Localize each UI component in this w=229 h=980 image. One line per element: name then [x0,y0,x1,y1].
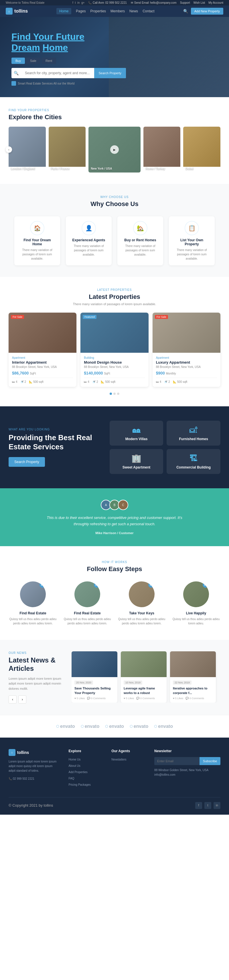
news-likes-3: ♥ 5 Likes [173,697,183,700]
footer-newsletter-input[interactable] [154,757,199,765]
prop-price-1: $86,7600 SqFt [12,371,73,375]
footer-explore-links: Home Us About Us Add Properties FAQ Pric… [69,757,103,787]
footer-copyright: © Copyright 2021 by tollins [9,803,53,808]
news-cards-inner: 20 Nov, 2020 Save Thousands Selling Your… [71,651,220,703]
prop-name-2: Monoil Design House [84,360,145,364]
add-property-button[interactable]: Add New Property [191,8,223,14]
footer-social-facebook[interactable]: f [195,802,202,809]
news-card-1[interactable]: 20 Nov, 2020 Save Thousands Selling Your… [71,651,117,703]
city-card-dubai[interactable]: Dubai [183,127,220,172]
social-twitter[interactable]: t [75,1,76,4]
why-icon-3: 🏡 [133,221,147,235]
prop-card-1[interactable]: For Sale Apartment Interior Appartment 8… [9,313,76,387]
news-nav: ‹ › [9,695,66,703]
prop-card-3[interactable]: For Sale Apartment Luxury Appartment 88 … [153,313,220,387]
nav-members[interactable]: Members [111,9,125,13]
service-modern-villas: 🏘 Modern Villas [110,421,163,445]
hero-search-icon: 🔍 [11,68,21,78]
footer-link-faq[interactable]: FAQ [69,777,74,780]
news-prev-btn[interactable]: ‹ [9,695,17,703]
why-title: Why Choose Us [9,200,220,208]
nav-search-icon[interactable]: 🔍 [183,9,188,13]
footer-link-about[interactable]: About Us [69,764,81,767]
email-value: hello@company.com [150,1,177,4]
hero-tab-sale[interactable]: Sale [26,57,40,64]
prop-price-2: $140,0000 SqFt [84,371,145,375]
hero-tab-rent[interactable]: Rent [41,57,56,64]
topbar-right: f t in g+ 📞 Call Anm 02 999 502 2221 ✉ S… [73,1,223,4]
services-search-btn[interactable]: Search Property [9,457,45,467]
topbar-social: f t in g+ [73,1,85,4]
properties-pagination [9,393,220,395]
cities-prev-btn[interactable]: ‹ [6,146,12,153]
news-card-3[interactable]: 22 Nov, 2019 Iterative approaches to cor… [170,651,216,703]
prop-dot-3[interactable] [117,393,119,395]
social-facebook[interactable]: f [73,1,73,4]
city-card-paris[interactable]: Paris / France [49,127,86,172]
city-card-rome[interactable]: Rome / Turkey [144,127,181,172]
footer-social-linkedin[interactable]: in [213,802,220,809]
steps-section: How It Works Follow Easy Steps 01 Find R… [0,546,229,640]
prop-dot-1[interactable] [110,393,112,395]
footer-newsletter-btn[interactable]: Subscribe [199,757,220,765]
service-name-building: Commercial Building [171,465,216,469]
wishlist-link[interactable]: Wish List [194,1,205,4]
prop-badge-2: Featured [83,315,96,319]
testimonial-text: This is due to their excellent service, … [43,515,186,527]
hero-title-highlight: Dream [11,42,40,53]
news-card-2[interactable]: 10 Nov, 2019 Leverage agile frame works … [121,651,167,703]
prop-card-2[interactable]: Featured Building Monoil Design House 88… [81,313,148,387]
footer-link-pricing[interactable]: Pricing Packages [69,783,91,786]
logo[interactable]: ⌂ tollins [6,8,28,14]
services-title: Providing the Best Real Estate Services [9,433,101,451]
footer-phone: 📞 02 999 502 2221 [9,776,60,781]
my-account-link[interactable]: My Account [208,1,223,4]
hero-content: Find Your Future Dream Home Buy Sale Ren… [11,31,126,86]
partners-section: ⬡envato ⬡envato ⬡envato ⬡envato ⬡envato [0,715,229,738]
prop-meta-2: 🛏4 🚿2 📐500 sqft [84,378,145,383]
footer-link-home[interactable]: Home Us [69,758,81,761]
footer-social-twitter[interactable]: t [204,802,211,809]
support-link[interactable]: Support [180,1,190,4]
topbar-welcome: Welcome to Tolins Real Estate [6,1,44,4]
prop-img-3: For Sale [153,313,220,353]
nav-home[interactable]: Home [56,8,71,14]
city-card-london[interactable]: London / England [9,127,46,172]
news-comments-2: 💬 0 Comments [136,697,155,700]
prop-img-2: Featured [81,313,148,353]
phone-icon: 📞 [88,1,92,4]
nav-properties[interactable]: Properties [90,9,106,13]
news-card-title-2: Leverage agile frame works to a robust [124,686,164,695]
step-badge-4: 04 [203,582,208,588]
properties-label: Latest Properties [9,288,220,291]
prop-badge-1: For Sale [11,315,24,319]
news-date-1: 20 Nov, 2020 [74,681,93,684]
city-card-newyork-play[interactable]: ▶ [110,145,119,154]
city-card-london-label: London / England [11,167,35,170]
footer-link-add-properties[interactable]: Add Properties [69,770,88,774]
service-icon-villas: 🏘 [114,425,159,435]
news-card-img-bg-3 [170,651,216,677]
news-next-btn[interactable]: › [18,695,26,703]
news-card-meta-1: ♥ 5 Likes 💬 0 Comments [74,697,115,700]
news-card-img-bg-2 [121,651,167,677]
prop-type-2: Building [84,356,145,360]
city-card-newyork[interactable]: ▶ New York / USA [88,127,140,172]
hero-search-input[interactable] [21,68,94,78]
prop-dot-2[interactable] [113,393,116,395]
prop-content-2: Building Monoil Design House 88 Brooklyn… [81,353,148,387]
news-date-3: 22 Nov, 2019 [173,681,191,684]
nav-pages[interactable]: Pages [76,9,85,13]
properties-subtitle: There many variation of passages of lore… [9,302,220,306]
properties-section: Latest Properties Latest Properties Ther… [0,277,229,406]
footer-link-newslatters[interactable]: Newslatters [111,758,126,761]
hero-search-button[interactable]: Search Property [94,68,126,78]
nav-contact[interactable]: Contact [142,9,154,13]
nav-news[interactable]: News [130,9,138,13]
social-google[interactable]: g+ [81,1,84,4]
social-linkedin[interactable]: in [77,1,80,4]
why-label: Why Choose Us [9,196,220,199]
hero-tab-buy[interactable]: Buy [11,57,25,64]
service-icon-building: 🏗 [171,453,216,463]
partner-icon-3: ⬡ [105,724,108,729]
